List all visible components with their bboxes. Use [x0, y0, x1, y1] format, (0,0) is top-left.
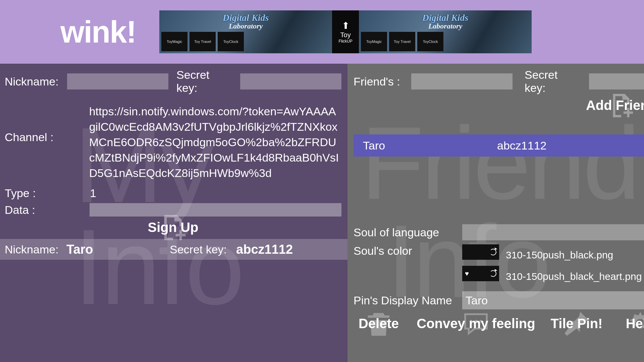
sign-up-button[interactable]: Sign Up	[148, 220, 198, 235]
color-file-name: 310-150push_black_heart.png	[506, 271, 642, 282]
help-button[interactable]: Help	[622, 316, 644, 331]
app-title: wink!	[60, 16, 136, 47]
banner-icon-row: ToyMagicToy TravelToyClock	[161, 32, 330, 51]
friend-item-key: abcz1112	[497, 139, 546, 152]
type-label: Type :	[5, 187, 82, 200]
banner-segment: Digital Kids Laboratory ToyMagicToy Trav…	[159, 10, 332, 53]
secret-key-label: Secret key:	[176, 68, 232, 95]
my-info-panel: MyInfo Nickname: Secret key: Channel : h…	[0, 64, 347, 362]
nickname-label-2: Nickname:	[5, 243, 60, 256]
banner-subtitle: Laboratory	[361, 22, 530, 31]
delete-label: Delete	[359, 316, 399, 331]
banner-subtitle: Laboratory	[161, 22, 330, 31]
friend-item-name: Taro	[363, 139, 497, 152]
nickname-value: Taro	[66, 242, 164, 257]
friend-list: Taro abcz1112	[354, 134, 644, 157]
friend-info-panel: Friend Info Friend's : Secret key: Add F…	[347, 64, 644, 362]
convey-feeling-button[interactable]: Convey my feeling	[421, 316, 531, 331]
soul-color-option[interactable]: 310-150push_black.png	[462, 244, 642, 266]
soul-language-input[interactable]	[462, 224, 644, 240]
add-friend-button[interactable]: Add Friend	[586, 98, 644, 113]
saved-credentials-row[interactable]: Nickname: Taro Secret key: abcz1112	[0, 239, 347, 260]
banner-segment: Digital Kids Laboratory ToyMagicToy Trav…	[359, 10, 532, 53]
friend-secret-input[interactable]	[589, 73, 644, 89]
banner-mid-top: Toy	[340, 31, 351, 39]
friend-secret-label: Secret key:	[525, 68, 581, 95]
reload-icon	[490, 249, 496, 255]
pin-display-name-input[interactable]	[462, 291, 644, 309]
ad-banner[interactable]: Digital Kids Laboratory ToyMagicToy Trav…	[159, 10, 532, 53]
soul-color-label: Soul's color	[354, 244, 454, 257]
tile-pin-label: Tile Pin!	[551, 316, 603, 331]
friend-name-input[interactable]	[411, 73, 513, 89]
pin-display-name-label: Pin's Display Name	[354, 294, 454, 307]
nickname-input[interactable]	[67, 73, 168, 89]
reload-icon	[490, 270, 496, 277]
banner-mid-bot: FlickUP	[338, 39, 352, 44]
header: wink! Digital Kids Laboratory ToyMagicTo…	[0, 0, 644, 64]
data-input[interactable]	[90, 203, 341, 217]
color-file-name: 310-150push_black.png	[506, 249, 613, 261]
channel-value: https://sin.notify.windows.com/?token=Aw…	[89, 104, 341, 181]
color-tile-icon: ♥	[462, 266, 499, 281]
tile-pin-button[interactable]: Tile Pin!	[548, 316, 605, 331]
banner-mid-icon: ⬆ Toy FlickUP	[332, 10, 359, 53]
type-value: 1	[90, 187, 96, 200]
secret-key-input[interactable]	[240, 73, 341, 89]
nickname-label: Nickname:	[5, 75, 59, 88]
secret-key-value: abcz1112	[236, 242, 293, 257]
soul-color-option[interactable]: ♥ 310-150push_black_heart.png	[462, 266, 642, 287]
soul-language-label: Soul of language	[354, 226, 454, 239]
channel-label: Channel :	[5, 131, 81, 144]
color-tile-icon	[462, 244, 499, 260]
convey-label: Convey my feeling	[417, 316, 535, 331]
data-label: Data :	[5, 203, 82, 217]
heart-icon: ♥	[465, 270, 469, 278]
help-label: Help	[626, 316, 644, 331]
banner-icon-row: ToyMagicToy TravelToyClock	[361, 32, 530, 51]
friend-list-item[interactable]: Taro abcz1112	[354, 134, 644, 157]
sign-up-label: Sign Up	[148, 220, 198, 235]
secret-key-label-2: Secret key:	[170, 243, 227, 256]
delete-button[interactable]: Delete	[354, 316, 404, 331]
add-friend-label: Add Friend	[586, 98, 644, 113]
friend-label: Friend's :	[354, 75, 403, 88]
